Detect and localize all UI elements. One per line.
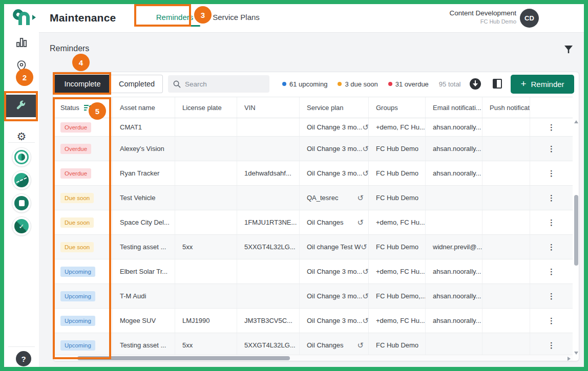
vin-cell: 1dehwafdsahf...: [237, 161, 299, 185]
asset-name-cell: T-M Audi: [112, 284, 175, 308]
groups-cell: FC Hub Demo,...: [368, 284, 425, 308]
table-row[interactable]: Due soon Test Vehicle QA_tesrec↺ FC Hub …: [53, 186, 573, 210]
row-menu-icon[interactable]: ⋮: [530, 118, 573, 136]
app-shortcut-icon-1: [14, 150, 29, 164]
status-badge: Due soon: [60, 242, 94, 252]
service-plan-cell: Oil Change 3 mo...↺: [299, 137, 368, 161]
service-plan-cell: Oil Change 3 mo...↺: [299, 284, 368, 308]
license-plate-cell: LMJ1990: [175, 309, 237, 333]
table-row[interactable]: Upcoming Testing asset ... 5xx 5XXGT4L32…: [53, 333, 573, 358]
tab-reminders[interactable]: Reminders: [146, 13, 203, 21]
email-notification-cell: ahsan.noorally...: [425, 259, 482, 283]
license-plate-cell: [175, 210, 237, 234]
scroll-right-icon[interactable]: [568, 357, 571, 361]
column-header-email[interactable]: Email notificati...: [425, 97, 482, 118]
sidebar-item-settings[interactable]: ⚙: [4, 127, 39, 146]
vertical-scrollbar[interactable]: [574, 119, 579, 356]
sidebar-item-tracking[interactable]: [4, 56, 39, 76]
tab-service-plans[interactable]: Service Plans: [208, 13, 264, 21]
asset-name-cell: Testing asset ...: [112, 333, 175, 357]
search-box[interactable]: [168, 75, 269, 93]
column-header-status[interactable]: Status: [53, 97, 112, 118]
email-notification-cell: [425, 210, 482, 234]
table-row[interactable]: Upcoming Mogee SUV LMJ1990 JM3TB3CV5C...…: [53, 309, 573, 333]
row-menu-icon[interactable]: ⋮: [530, 186, 573, 210]
row-menu-icon[interactable]: ⋮: [530, 161, 573, 185]
help-icon[interactable]: ?: [16, 351, 31, 366]
download-icon[interactable]: [470, 78, 481, 90]
vin-cell: 5XXGT4L32LG...: [237, 333, 299, 357]
scroll-down-icon[interactable]: [574, 352, 578, 355]
due-soon-count: 3 due soon: [338, 80, 377, 88]
app-shortcut-4[interactable]: ✓: [12, 216, 31, 236]
groups-cell: FC Hub Demo: [368, 333, 425, 357]
email-notification-cell: ahsan.noorally...: [425, 161, 482, 185]
app-window: ⚙ ✓ ? Maintenance Reminders Service Plan…: [4, 4, 584, 367]
row-menu-icon[interactable]: ⋮: [530, 309, 573, 333]
row-menu-icon[interactable]: ⋮: [530, 259, 573, 283]
groups-cell: +demo, FC Hu...: [368, 259, 425, 283]
sidebar-divider: [8, 142, 35, 143]
status-badge: Due soon: [60, 193, 94, 203]
push-notification-cell: [482, 186, 530, 210]
table-row[interactable]: Due soon Space City Del... 1FMJU1RT3NE..…: [53, 210, 573, 235]
push-notification-cell: [482, 137, 530, 161]
history-clock-icon: ↺: [361, 243, 367, 252]
table-row[interactable]: Overdue Ryan Tracker 1dehwafdsahf... Oil…: [53, 161, 573, 186]
asset-name-cell: Alexey's Vision: [112, 137, 175, 161]
row-menu-icon[interactable]: ⋮: [530, 284, 573, 308]
vin-cell: 1FMJU1RT3NE...: [237, 210, 299, 234]
table-row[interactable]: Upcoming Elbert Solar Tr... Oil Change 3…: [53, 259, 573, 284]
asset-name-cell: CMAT1: [112, 118, 175, 136]
sidebar-expand-icon[interactable]: [32, 15, 36, 20]
vertical-scroll-thumb[interactable]: [574, 195, 578, 266]
avatar[interactable]: CD: [520, 9, 539, 28]
push-notification-cell: [482, 161, 530, 185]
column-layout-icon[interactable]: [493, 79, 502, 89]
overdue-count: 31 overdue: [388, 80, 429, 88]
license-plate-cell: [175, 118, 237, 136]
sidebar-item-dashboard[interactable]: [4, 33, 39, 52]
column-header-groups[interactable]: Groups: [368, 97, 425, 118]
sidebar-item-maintenance[interactable]: [5, 95, 36, 117]
column-header-vin[interactable]: VIN: [237, 97, 299, 118]
add-reminder-button[interactable]: + Reminder: [511, 75, 574, 94]
reminders-card: Incomplete Completed 61 upcoming 3 due s…: [53, 72, 579, 361]
app-shortcut-1[interactable]: [12, 147, 31, 167]
sort-icon[interactable]: [83, 104, 92, 112]
row-menu-icon[interactable]: ⋮: [530, 333, 573, 357]
wrench-icon: [15, 100, 26, 112]
status-badge: Overdue: [60, 144, 91, 154]
annotation-step-4: 4: [72, 54, 90, 71]
top-header: Maintenance Reminders Service Plans Cont…: [39, 4, 584, 33]
table-row[interactable]: Overdue Alexey's Vision Oil Change 3 mo.…: [53, 137, 573, 161]
status-badge: Overdue: [60, 168, 91, 179]
gear-icon: ⚙: [17, 130, 27, 143]
app-shortcut-2[interactable]: [12, 170, 31, 190]
column-header-push[interactable]: Push notificati..: [482, 97, 530, 118]
push-notification-cell: [482, 210, 530, 234]
column-header-plan[interactable]: Service plan: [299, 97, 368, 118]
row-menu-icon[interactable]: ⋮: [530, 210, 573, 234]
asset-name-cell: Mogee SUV: [112, 309, 175, 333]
search-input[interactable]: [185, 80, 262, 88]
service-plan-cell: Oil Changes↺: [299, 333, 368, 357]
horizontal-scrollbar[interactable]: [53, 355, 573, 361]
column-header-asset[interactable]: Asset name: [112, 97, 175, 118]
horizontal-scroll-thumb[interactable]: [77, 356, 290, 360]
scroll-up-icon[interactable]: [574, 120, 578, 123]
table-row[interactable]: Due soon Testing asset ... 5xx 5XXGT4L32…: [53, 235, 573, 259]
push-notification-cell: [482, 118, 530, 136]
completed-button[interactable]: Completed: [111, 75, 163, 93]
row-menu-icon[interactable]: ⋮: [530, 137, 573, 161]
app-shortcut-3[interactable]: [12, 193, 31, 213]
table-row[interactable]: Upcoming T-M Audi Oil Change 3 mo...↺ FC…: [53, 284, 573, 309]
row-menu-icon[interactable]: ⋮: [530, 235, 573, 259]
vin-cell: [237, 186, 299, 210]
table-row[interactable]: Overdue CMAT1 Oil Change 3 mo...↺ +demo,…: [53, 118, 573, 137]
column-header-plate[interactable]: License plate: [175, 97, 237, 118]
incomplete-button[interactable]: Incomplete: [54, 75, 111, 93]
user-block[interactable]: Content Development FC Hub Demo: [449, 9, 516, 25]
vin-cell: [237, 259, 299, 283]
filter-icon[interactable]: [564, 46, 573, 53]
